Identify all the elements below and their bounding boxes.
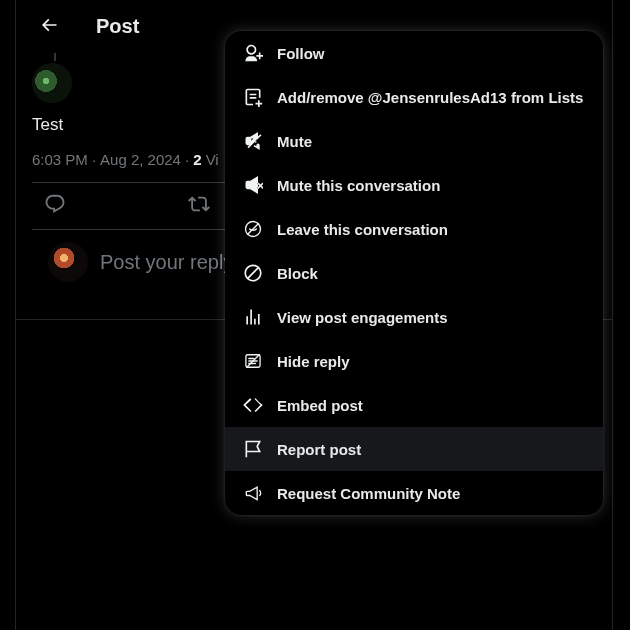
menu-item-label: Embed post [277, 397, 363, 414]
menu-item-label: Follow [277, 45, 325, 62]
megaphone-icon [243, 483, 263, 503]
menu-item-label: Block [277, 265, 318, 282]
post-more-menu: Follow Add/remove @JensenrulesAd13 from … [225, 31, 603, 515]
menu-item-block[interactable]: Block [225, 251, 603, 295]
menu-item-mute-conversation[interactable]: Mute this conversation [225, 163, 603, 207]
views-label: Vi [206, 151, 219, 168]
menu-item-embed[interactable]: Embed post [225, 383, 603, 427]
menu-item-label: Mute [277, 133, 312, 150]
my-avatar[interactable] [48, 242, 88, 282]
menu-item-engagements[interactable]: View post engagements [225, 295, 603, 339]
back-button[interactable] [32, 10, 66, 44]
menu-item-lists[interactable]: Add/remove @JensenrulesAd13 from Lists [225, 75, 603, 119]
views-count[interactable]: 2 [193, 151, 201, 168]
reply-button[interactable] [38, 189, 72, 223]
post-time[interactable]: 6:03 PM [32, 151, 88, 168]
svg-line-1 [247, 223, 259, 235]
menu-item-community-note[interactable]: Request Community Note [225, 471, 603, 515]
menu-item-label: View post engagements [277, 309, 448, 326]
hide-reply-icon [243, 351, 263, 371]
reply-icon [44, 193, 66, 219]
block-icon [243, 263, 263, 283]
menu-item-label: Leave this conversation [277, 221, 448, 238]
flag-icon [243, 439, 263, 459]
post-date[interactable]: Aug 2, 2024 [100, 151, 181, 168]
embed-icon [243, 395, 263, 415]
repost-button[interactable] [182, 189, 216, 223]
menu-item-leave-conversation[interactable]: Leave this conversation [225, 207, 603, 251]
menu-item-follow[interactable]: Follow [225, 31, 603, 75]
reply-placeholder: Post your reply [100, 251, 233, 274]
leave-conv-icon [243, 219, 263, 239]
menu-item-mute[interactable]: Mute [225, 119, 603, 163]
menu-item-hide-reply[interactable]: Hide reply [225, 339, 603, 383]
menu-item-label: Mute this conversation [277, 177, 440, 194]
mute-conv-icon [243, 175, 263, 195]
menu-item-label: Report post [277, 441, 361, 458]
menu-item-label: Hide reply [277, 353, 350, 370]
menu-item-label: Add/remove @JensenrulesAd13 from Lists [277, 89, 583, 106]
list-icon [243, 87, 263, 107]
menu-item-label: Request Community Note [277, 485, 460, 502]
mute-icon [243, 131, 263, 151]
page-title: Post [96, 15, 139, 38]
analytics-icon [243, 307, 263, 327]
author-avatar[interactable] [32, 63, 72, 103]
follow-icon [243, 43, 263, 63]
menu-item-report[interactable]: Report post [225, 427, 603, 471]
thread-line [54, 53, 56, 61]
repost-icon [188, 193, 210, 219]
arrow-left-icon [39, 15, 59, 39]
